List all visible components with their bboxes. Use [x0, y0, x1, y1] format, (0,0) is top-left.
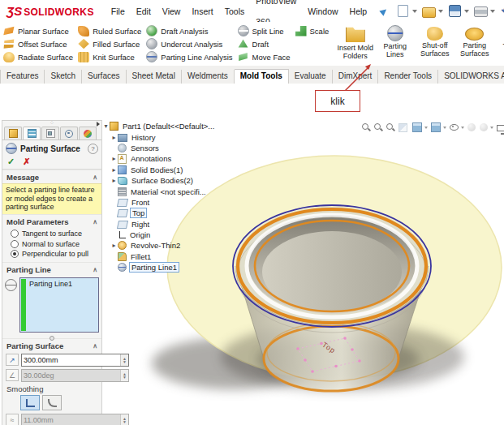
planar-surface-button[interactable]: Planar Surface: [3, 24, 73, 37]
tree-item[interactable]: ▸History: [102, 131, 216, 142]
tab-weldments[interactable]: Weldments: [182, 70, 235, 84]
tree-item-label[interactable]: Surface Bodies(2): [130, 176, 195, 185]
previous-view-button[interactable]: [386, 122, 395, 132]
cancel-button[interactable]: ✗: [23, 157, 30, 166]
sharp-smoothing-button[interactable]: [20, 395, 40, 410]
tree-item[interactable]: Origin: [102, 230, 216, 240]
help-icon[interactable]: ?: [88, 144, 98, 154]
open-file-button[interactable]: [420, 3, 445, 19]
expand-right-icon[interactable]: ▸: [110, 242, 118, 249]
tree-item[interactable]: Right: [102, 219, 216, 230]
menu-window[interactable]: Window: [302, 1, 343, 22]
offset-surface-button[interactable]: Offset Surface: [3, 37, 73, 50]
parting-line-header[interactable]: Parting Line∧: [2, 262, 101, 276]
parting-line-selection-list[interactable]: Parting Line1: [19, 277, 99, 333]
radio-normal-to-surface[interactable]: Normal to surface: [11, 238, 100, 249]
tab-render-tools[interactable]: Render Tools: [378, 70, 438, 84]
featuremanager-tab[interactable]: [4, 127, 22, 140]
expand-right-icon[interactable]: ▸: [110, 134, 118, 141]
tree-item[interactable]: ▾Part1 (Default<<Default>...: [102, 121, 216, 131]
tree-item[interactable]: Parting Line1: [102, 262, 216, 273]
hide-show-items-button[interactable]: [449, 122, 464, 133]
menu-file[interactable]: File: [106, 1, 131, 22]
spinner-control[interactable]: ▲▼: [120, 354, 128, 366]
ruled-surface-button[interactable]: Ruled Surface: [78, 24, 141, 37]
tree-item-label[interactable]: Sensors: [129, 144, 161, 152]
configurationmanager-tab[interactable]: [41, 127, 59, 140]
view-settings-button[interactable]: [496, 123, 504, 131]
radio-tangent-to-surface[interactable]: Tangent to surface: [11, 229, 100, 239]
tree-item-label[interactable]: Origin: [128, 230, 152, 239]
tree-item-label[interactable]: Revolve-Thin2: [129, 241, 182, 250]
draft-button[interactable]: Draft: [238, 37, 291, 50]
mold-parameters-header[interactable]: Mold Parameters∧: [2, 214, 101, 228]
expand-right-icon[interactable]: ▸: [110, 177, 118, 184]
tree-item-label[interactable]: History: [130, 133, 157, 142]
dropdown-caret-icon[interactable]: [490, 10, 495, 13]
parting-line-list-item[interactable]: Parting Line1: [29, 280, 72, 288]
tree-item-label[interactable]: Front: [130, 198, 151, 207]
tab-surfaces[interactable]: Surfaces: [82, 70, 126, 84]
scale-button[interactable]: Scale: [295, 24, 330, 37]
tree-item[interactable]: ▸Surface Bodies(2): [102, 175, 216, 186]
tree-item-label[interactable]: Material <not specifi...: [129, 187, 208, 196]
save-button[interactable]: [446, 2, 471, 19]
tab-features[interactable]: Features: [0, 70, 45, 84]
panel-flyout-icon[interactable]: [97, 122, 100, 127]
tree-item-label[interactable]: Solid Bodies(1): [129, 165, 184, 174]
menu-edit[interactable]: Edit: [131, 1, 157, 22]
propertymanager-tab[interactable]: [23, 127, 41, 140]
tree-item[interactable]: Front: [102, 197, 216, 208]
dimxpertmanager-tab[interactable]: [60, 127, 78, 140]
tree-item[interactable]: Material <not specifi...: [102, 186, 216, 196]
print-button[interactable]: [472, 3, 497, 19]
draft-analysis-button[interactable]: Draft Analysis: [146, 24, 232, 37]
zoom-area-button[interactable]: [373, 122, 383, 132]
tab-sketch[interactable]: Sketch: [45, 70, 82, 84]
radiate-surface-button[interactable]: Radiate Surface: [3, 50, 73, 63]
new-file-button[interactable]: [394, 3, 419, 19]
tree-item-label[interactable]: Top: [130, 208, 147, 218]
move-face-button[interactable]: Move Face: [238, 50, 291, 63]
distance-field[interactable]: ▲▼: [21, 354, 129, 367]
tree-item[interactable]: Fillet1: [102, 251, 216, 262]
shut-off-surfaces-button[interactable]: Shut-off Surfaces: [416, 25, 454, 58]
expand-right-icon[interactable]: ▸: [110, 155, 118, 162]
undercut-analysis-button[interactable]: Undercut Analysis: [146, 37, 232, 50]
tree-item[interactable]: ▸Annotations: [102, 153, 216, 164]
menu-help[interactable]: Help: [344, 1, 373, 22]
tab-sheet-metal[interactable]: Sheet Metal: [127, 70, 182, 84]
display-style-button[interactable]: [430, 122, 446, 133]
menu-view[interactable]: View: [157, 1, 187, 22]
message-section-header[interactable]: Message∧: [2, 170, 101, 183]
ok-button[interactable]: ✓: [7, 157, 15, 166]
tooling-split-button[interactable]: Tooling Split: [495, 25, 504, 59]
parting-line-analysis-button[interactable]: Parting Line Analysis: [146, 50, 232, 63]
radio-perpendicular-to-pull[interactable]: Perpendicular to pull: [11, 249, 100, 260]
tree-item-label[interactable]: Part1 (Default<<Default>...: [121, 122, 216, 131]
view-orientation-button[interactable]: [411, 122, 428, 133]
knit-surface-button[interactable]: Knit Surface: [78, 50, 141, 63]
tree-item-label[interactable]: Parting Line1: [129, 262, 179, 273]
distance-input[interactable]: [22, 354, 120, 366]
tree-item[interactable]: ▸Revolve-Thin2: [102, 240, 216, 251]
tree-item-label[interactable]: Annotations: [129, 154, 173, 163]
menu-tools[interactable]: Tools: [219, 1, 251, 22]
expand-down-icon[interactable]: ▾: [102, 122, 110, 130]
tree-item-label[interactable]: Fillet1: [129, 252, 153, 261]
tree-item[interactable]: Top: [102, 208, 216, 218]
dropdown-caret-icon[interactable]: [464, 10, 469, 13]
tab-solidworks-add-ins[interactable]: SOLIDWORKS Add-Ins: [438, 70, 504, 84]
parting-surfaces-button[interactable]: Parting Surfaces: [455, 25, 493, 58]
tab-mold-tools[interactable]: Mold Tools: [235, 69, 289, 84]
split-line-button[interactable]: Split Line: [238, 24, 291, 37]
expand-right-icon[interactable]: ▸: [110, 166, 118, 174]
filled-surface-button[interactable]: Filled Surface: [78, 37, 141, 50]
tree-item-label[interactable]: Right: [130, 220, 151, 229]
zoom-fit-button[interactable]: [361, 122, 371, 132]
dropdown-caret-icon[interactable]: [412, 10, 417, 13]
tree-item[interactable]: ▸Solid Bodies(1): [102, 165, 216, 175]
insert-mold-folders-button[interactable]: Insert Mold Folders: [336, 25, 374, 61]
parting-lines-button[interactable]: Parting Lines: [376, 25, 414, 59]
undo-button[interactable]: ↶: [498, 3, 504, 19]
